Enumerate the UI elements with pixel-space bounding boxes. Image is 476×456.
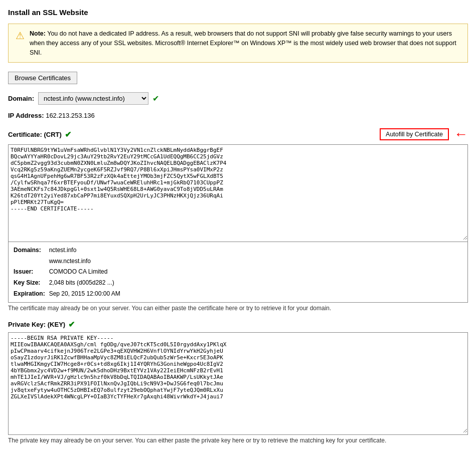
cert-textarea-wrap	[8, 144, 468, 242]
cert-issuer-value: COMODO CA Limited	[49, 267, 122, 278]
cert-expiration-label: Expiration:	[14, 289, 49, 300]
warning-icon: ⚠	[16, 30, 25, 42]
red-arrow-icon: ←	[454, 127, 468, 141]
domain-row: Domain: nctest.info (www.nctest.info) ✔	[8, 92, 468, 105]
cert-check-icon: ✔	[65, 130, 71, 139]
autofill-button[interactable]: Autofill by Certificate	[380, 128, 449, 140]
privkey-check-icon: ✔	[68, 320, 75, 329]
domain-check-icon: ✔	[152, 94, 159, 103]
ip-row: IP Address: 162.213.253.136	[8, 112, 468, 119]
cert-keysize-label: Key Size:	[14, 278, 49, 289]
cert-title: Certificate: (CRT) ✔	[8, 130, 71, 139]
cert-title-text: Certificate: (CRT)	[8, 131, 62, 138]
privkey-header: Private Key: (KEY) ✔	[8, 320, 468, 329]
cert-keysize-value: 2,048 bits (d005d282 ...)	[49, 278, 122, 289]
privkey-textarea-wrap	[8, 332, 468, 435]
cert-domains-label: Domains:	[14, 245, 49, 267]
cert-expiration-value: Sep 20, 2015 12:00:00 AM	[49, 289, 122, 300]
ip-value: 162.213.253.136	[46, 112, 95, 119]
privkey-title-text: Private Key: (KEY)	[8, 321, 65, 328]
browse-certificates-button[interactable]: Browse Certificates	[8, 72, 77, 84]
note-text: Note: You do not have a dedicated IP add…	[30, 29, 460, 57]
domain-label: Domain:	[8, 95, 34, 102]
privkey-title: Private Key: (KEY) ✔	[8, 320, 75, 329]
autofill-wrap: Autofill by Certificate ←	[380, 127, 468, 141]
domain-select[interactable]: nctest.info (www.nctest.info)	[38, 92, 148, 105]
cert-textarea[interactable]	[9, 145, 467, 240]
cert-info-box: Domains: nctest.infowww.nctest.info Issu…	[8, 242, 468, 303]
ip-label: IP Address:	[8, 112, 44, 119]
note-body: You do not have a dedicated IP address. …	[30, 30, 456, 56]
cert-issuer-label: Issuer:	[14, 267, 49, 278]
note-box: ⚠ Note: You do not have a dedicated IP a…	[8, 24, 468, 63]
cert-hint: The certificate may already be on your s…	[8, 305, 468, 312]
note-label: Note:	[30, 30, 46, 37]
privkey-section: Private Key: (KEY) ✔ The private key may…	[8, 320, 468, 444]
privkey-textarea[interactable]	[9, 333, 467, 433]
page-title: Install an SSL Website	[8, 8, 468, 17]
privkey-hint: The private key may already be on your s…	[8, 437, 468, 444]
cert-header: Certificate: (CRT) ✔ Autofill by Certifi…	[8, 127, 468, 141]
cert-domains-value: nctest.infowww.nctest.info	[49, 245, 122, 267]
certificate-section: Certificate: (CRT) ✔ Autofill by Certifi…	[8, 127, 468, 312]
